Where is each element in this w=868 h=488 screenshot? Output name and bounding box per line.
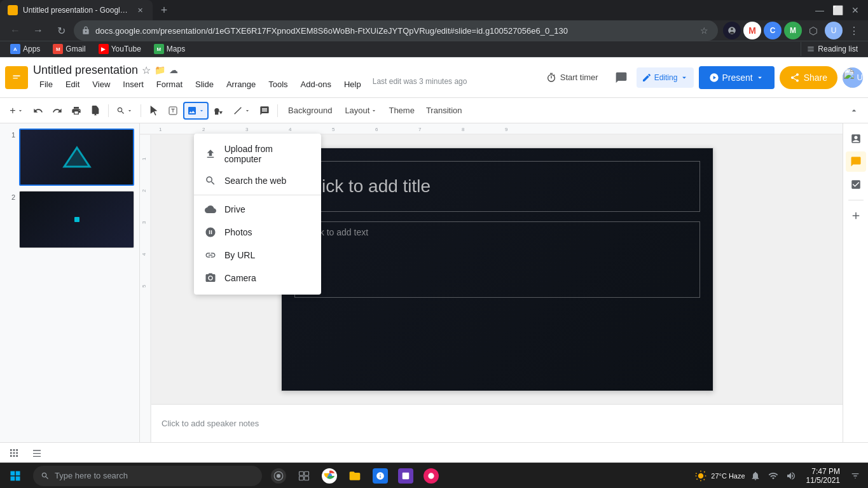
active-tab[interactable]: Untitled presentation - Google S ✕ [0,0,153,20]
taskbar-search-icon [41,471,50,480]
chrome-ext-icon[interactable]: C [764,22,782,39]
search-web-item[interactable]: Search the web [194,169,321,192]
start-button[interactable] [0,463,31,489]
speaker-notes[interactable]: Click to add speaker notes [151,404,843,442]
extensions-button[interactable]: ⬡ [804,22,822,39]
taskbar-app7[interactable] [420,463,443,489]
slide-thumb-1[interactable]: 1 [5,129,134,186]
network-icon[interactable] [766,468,781,484]
layout-button[interactable]: Layout [340,102,382,120]
collapse-toolbar-button[interactable] [845,102,863,120]
shapes-button[interactable] [210,102,228,120]
grid-view-button[interactable] [5,447,23,459]
slide-title-placeholder[interactable]: Click to add title [294,161,700,212]
menu-addons[interactable]: Add-ons [294,77,338,92]
start-timer-button[interactable]: Start timer [539,69,606,87]
list-view-button[interactable] [28,447,46,459]
undo-button[interactable] [29,102,47,120]
taskbar-clock[interactable]: 7:47 PM 11/5/2021 [801,466,845,486]
folder-title-icon[interactable]: 📁 [155,65,165,75]
cloud-title-icon[interactable]: ☁ [169,65,178,75]
star-icon[interactable]: ☆ [698,24,710,37]
text-tool[interactable] [164,102,182,120]
menu-view[interactable]: View [86,77,116,92]
close-button[interactable]: ✕ [848,3,863,18]
paint-format-button[interactable] [86,102,104,120]
slide-canvas[interactable]: Click to add title Click to add text [281,148,713,391]
gmail-ext-icon[interactable]: M [743,22,761,39]
transition-button[interactable]: Transition [421,102,467,120]
taskbar-chrome[interactable] [318,463,341,489]
menu-help[interactable]: Help [338,77,368,92]
user-avatar[interactable]: U [843,67,863,88]
notification-center[interactable] [848,468,863,484]
view-mode-button[interactable]: Editing [637,67,694,88]
taskbar-cortana[interactable] [267,463,290,489]
refresh-button[interactable]: ↻ [51,20,71,41]
slide-text-placeholder[interactable]: Click to add text [294,221,700,298]
cursor-tool[interactable] [145,102,163,120]
mode-chevron-icon [680,73,689,82]
taskbar-app6[interactable] [394,463,417,489]
address-input[interactable]: docs.google.com/presentation/d/1eGTXE6R1… [74,20,718,41]
insert-image-button[interactable] [183,102,209,120]
notifications-area[interactable] [748,468,763,484]
tab-close-button[interactable]: ✕ [135,5,145,15]
taskbar-search[interactable]: Type here to search [33,466,262,486]
svg-rect-30 [16,476,20,480]
zoom-dropdown[interactable] [113,102,137,120]
maximize-button[interactable]: ⬜ [830,3,845,18]
star-title-icon[interactable]: ☆ [142,64,151,76]
taskbar-task-view[interactable] [293,463,315,489]
camera-item[interactable]: Camera [194,267,321,289]
photos-item[interactable]: Photos [194,221,321,244]
maps-ext-icon[interactable]: M [784,22,802,39]
bookmarks-gmail[interactable]: M Gmail [48,41,90,57]
maps-favicon: M [154,44,164,54]
taskbar-file-explorer[interactable] [343,463,366,489]
forward-button[interactable]: → [28,20,48,41]
taskbar-app5[interactable] [369,463,392,489]
reading-list-button[interactable]: Reading list [801,42,863,56]
image-chevron-icon [198,108,205,114]
profile-button[interactable]: U [825,22,843,39]
comment-tool[interactable] [256,102,273,120]
menu-slide[interactable]: Slide [189,77,220,92]
menu-file[interactable]: File [33,77,59,92]
theme-button[interactable]: Theme [383,102,419,120]
by-url-item[interactable]: By URL [194,244,321,267]
explore-sidebar-icon[interactable] [846,129,866,149]
menu-insert[interactable]: Insert [116,77,150,92]
presentation-title[interactable]: Untitled presentation [33,64,138,77]
bookmarks-maps[interactable]: M Maps [149,41,190,57]
menu-format[interactable]: Format [150,77,189,92]
minimize-button[interactable]: — [812,3,827,18]
drive-item[interactable]: Drive [194,198,321,221]
menu-arrange[interactable]: Arrange [220,77,262,92]
menu-tools[interactable]: Tools [262,77,294,92]
slide-thumbnail-1[interactable] [19,129,134,186]
new-tab-button[interactable]: + [155,1,173,19]
volume-icon[interactable] [783,468,799,484]
menu-edit[interactable]: Edit [59,77,86,92]
background-button[interactable]: Background [282,102,338,120]
bookmarks-apps[interactable]: A Apps [5,41,45,57]
comments-sidebar-icon[interactable] [846,151,866,172]
weather-icon[interactable] [693,468,708,484]
profile-icon[interactable] [723,22,741,39]
bookmarks-youtube[interactable]: ▶ YouTube [93,41,146,57]
upload-from-computer-item[interactable]: Upload from computer [194,139,321,169]
back-button[interactable]: ← [5,20,25,41]
add-button[interactable]: + [5,102,28,120]
present-button[interactable]: Present [699,66,774,89]
share-button[interactable]: Share [780,66,837,89]
add-sidebar-icon[interactable] [846,206,866,226]
redo-button[interactable] [48,102,66,120]
slide-thumbnail-2[interactable] [19,191,134,248]
more-button[interactable]: ⋮ [845,22,863,39]
slide-thumb-2[interactable]: 2 [5,191,134,248]
line-tool[interactable] [229,102,254,120]
print-button[interactable] [67,102,85,120]
tasks-sidebar-icon[interactable] [846,174,866,195]
comment-button[interactable] [611,67,631,88]
